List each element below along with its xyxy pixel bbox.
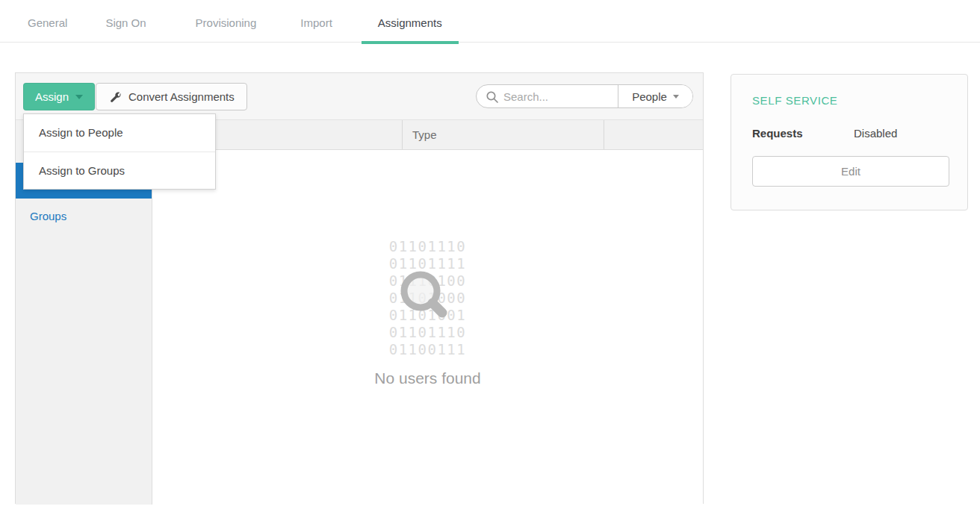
tab-provisioning[interactable]: Provisioning [179, 15, 273, 43]
search-icon [486, 90, 499, 104]
sidebar-item-groups[interactable]: Groups [16, 199, 152, 234]
assign-button-label: Assign [35, 90, 69, 103]
edit-button[interactable]: Edit [752, 156, 949, 187]
convert-assignments-label: Convert Assignments [128, 90, 235, 103]
tab-import[interactable]: Import [284, 15, 349, 43]
search-scope-select[interactable]: People [618, 85, 692, 107]
tab-general[interactable]: General [11, 15, 84, 43]
assignments-panel: Assign Convert Assignments People [15, 72, 704, 504]
table-header-type: Type [402, 120, 604, 149]
menu-item-assign-to-groups[interactable]: Assign to Groups [24, 152, 215, 189]
assignments-toolbar: Assign Convert Assignments People [16, 73, 703, 120]
tab-sign-on[interactable]: Sign On [89, 15, 162, 43]
binary-row: 01100111 [152, 341, 703, 358]
magnifier-icon [393, 263, 454, 325]
menu-item-assign-to-people[interactable]: Assign to People [24, 114, 215, 152]
requests-status-value: Disabled [854, 127, 897, 140]
requests-label: Requests [752, 127, 854, 140]
binary-row: 01101110 [152, 324, 703, 341]
self-service-title: SELF SERVICE [752, 94, 949, 107]
tab-assignments[interactable]: Assignments [362, 15, 459, 43]
empty-state: 01101110 01101111 01110100 01101000 0110… [152, 150, 703, 505]
chevron-down-icon [75, 95, 83, 99]
app-tabs: General Sign On Provisioning Import Assi… [0, 15, 980, 43]
assignments-table: Type 01101110 01101111 01110100 01101000… [152, 120, 703, 505]
table-header-row: Type [152, 120, 703, 150]
convert-assignments-button[interactable]: Convert Assignments [96, 83, 247, 110]
search-box [477, 85, 618, 107]
assign-button[interactable]: Assign [23, 83, 95, 110]
wrench-icon [108, 90, 122, 104]
table-header-actions [604, 120, 703, 149]
chevron-down-icon [673, 95, 679, 99]
assign-dropdown-menu: Assign to People Assign to Groups [23, 113, 216, 190]
binary-row: 01101110 [152, 238, 703, 255]
search-scope-value: People [632, 90, 667, 103]
requests-row: Requests Disabled [752, 127, 949, 140]
empty-state-message: No users found [152, 369, 703, 387]
self-service-panel: SELF SERVICE Requests Disabled Edit [731, 74, 968, 210]
search-pill: People [476, 84, 693, 108]
